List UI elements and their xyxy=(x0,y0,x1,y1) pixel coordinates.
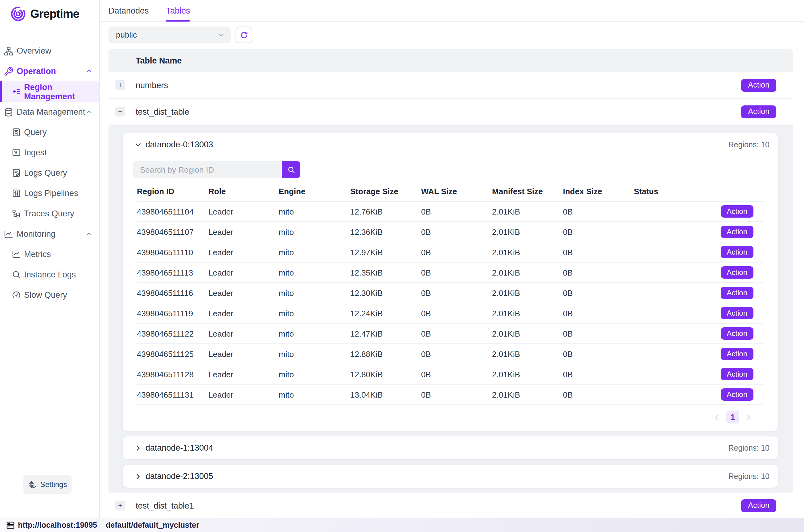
sidebar-item-label: Logs Pipelines xyxy=(24,189,78,198)
col-index-size: Index Size xyxy=(563,187,634,196)
action-button[interactable]: Action xyxy=(742,499,777,512)
datanode-expand-panel: datanode-0:13003 Regions: 10 xyxy=(109,125,793,493)
action-button[interactable]: Action xyxy=(742,79,777,92)
sidebar-item-monitoring[interactable]: Monitoring xyxy=(0,224,99,244)
sidebar-item-traces-query[interactable]: Traces Query xyxy=(0,204,99,224)
expand-plus-icon[interactable]: + xyxy=(115,80,125,90)
sidebar-item-instance-logs[interactable]: Instance Logs xyxy=(0,264,99,285)
action-button[interactable]: Action xyxy=(721,287,753,299)
sidebar-item-logs-query[interactable]: Logs Query xyxy=(0,163,99,183)
region-table-row: 4398046511119Leadermito12.24KiB0B2.01KiB… xyxy=(137,303,764,324)
region-search-input[interactable] xyxy=(133,161,282,178)
chevron-right-icon xyxy=(134,473,142,480)
action-button[interactable]: Action xyxy=(721,226,753,238)
cell-index-size: 0B xyxy=(563,247,634,257)
ingest-icon xyxy=(12,148,21,157)
datanode-1-header[interactable]: datanode-1:13004 Regions: 10 xyxy=(123,436,778,459)
cell-region-id: 4398046511110 xyxy=(137,247,208,257)
chevron-left-icon[interactable] xyxy=(713,413,721,421)
sidebar-item-label: Logs Query xyxy=(24,168,67,177)
tab-tables[interactable]: Tables xyxy=(166,0,190,21)
metrics-icon xyxy=(12,250,21,259)
col-role: Role xyxy=(208,187,279,196)
cell-storage-size: 12.80KiB xyxy=(350,369,421,379)
cell-wal-size: 0B xyxy=(421,390,492,399)
datanode-name: datanode-0:13003 xyxy=(146,140,213,149)
action-button[interactable]: Action xyxy=(721,266,753,279)
slow-query-icon xyxy=(12,290,21,300)
refresh-button[interactable] xyxy=(235,26,252,43)
action-button[interactable]: Action xyxy=(721,205,753,217)
sidebar-item-label: Metrics xyxy=(24,250,51,259)
settings-label: Settings xyxy=(40,480,67,489)
chevron-right-icon[interactable] xyxy=(745,413,752,421)
tab-tables-label: Tables xyxy=(166,6,190,15)
query-icon xyxy=(12,128,21,137)
cell-role: Leader xyxy=(208,268,279,277)
action-button[interactable]: Action xyxy=(721,327,753,340)
col-wal-size: WAL Size xyxy=(421,187,492,196)
datanode-0-header[interactable]: datanode-0:13003 Regions: 10 xyxy=(123,133,778,156)
action-button[interactable]: Action xyxy=(721,246,753,258)
action-button[interactable]: Action xyxy=(721,348,753,360)
wrench-icon xyxy=(4,66,14,76)
collapse-minus-icon[interactable]: − xyxy=(115,107,125,116)
action-button[interactable]: Action xyxy=(742,105,777,118)
cell-storage-size: 12.35KiB xyxy=(350,268,421,277)
cell-manifest-size: 2.01KiB xyxy=(492,247,563,257)
cell-storage-size: 12.76KiB xyxy=(350,207,421,216)
overview-icon xyxy=(4,46,14,56)
sidebar-item-overview[interactable]: Overview xyxy=(0,41,99,61)
main-content: Datanodes Tables public xyxy=(100,0,804,518)
schema-select[interactable]: public xyxy=(109,26,231,43)
cell-index-size: 0B xyxy=(563,268,634,277)
server-icon xyxy=(6,521,15,530)
sidebar-item-ingest[interactable]: Ingest xyxy=(0,142,99,163)
sidebar-item-label: Operation xyxy=(17,66,56,76)
sidebar-item-slow-query[interactable]: Slow Query xyxy=(0,285,99,305)
region-table-row: 4398046511110Leadermito12.97KiB0B2.01KiB… xyxy=(137,242,764,263)
action-button[interactable]: Action xyxy=(721,388,753,401)
search-button[interactable] xyxy=(282,161,300,178)
sidebar-item-data-management[interactable]: Data Management xyxy=(0,102,99,122)
datanode-card-0: datanode-0:13003 Regions: 10 xyxy=(123,133,778,431)
datanode-2-header[interactable]: datanode-2:13005 Regions: 10 xyxy=(123,465,778,488)
cell-manifest-size: 2.01KiB xyxy=(492,349,563,359)
cell-engine: mito xyxy=(279,349,350,359)
cell-region-id: 4398046511122 xyxy=(137,329,208,338)
cell-role: Leader xyxy=(208,227,279,236)
cell-index-size: 0B xyxy=(563,369,634,379)
sidebar-item-operation[interactable]: Operation xyxy=(0,61,99,81)
cluster-name[interactable]: default/default_mycluster xyxy=(106,521,199,530)
cell-manifest-size: 2.01KiB xyxy=(492,329,563,338)
cell-region-id: 4398046511107 xyxy=(137,227,208,236)
cell-wal-size: 0B xyxy=(421,329,492,338)
sidebar-item-label: Monitoring xyxy=(17,229,56,239)
col-status: Status xyxy=(634,187,708,196)
sidebar-item-label: Slow Query xyxy=(24,290,67,300)
sidebar-item-region-management[interactable]: Region Management xyxy=(0,81,99,102)
expand-plus-icon[interactable]: + xyxy=(115,500,125,510)
table-name: test_dist_table xyxy=(136,107,731,116)
settings-button[interactable]: Settings xyxy=(23,475,72,494)
tab-datanodes[interactable]: Datanodes xyxy=(109,0,149,21)
action-button[interactable]: Action xyxy=(721,368,753,380)
cell-engine: mito xyxy=(279,207,350,216)
sidebar-item-logs-pipelines[interactable]: Logs Pipelines xyxy=(0,183,99,204)
connection-url[interactable]: http://localhost:19095 xyxy=(18,521,97,530)
cell-engine: mito xyxy=(279,227,350,236)
cell-role: Leader xyxy=(208,308,279,318)
sidebar-item-query[interactable]: Query xyxy=(0,122,99,142)
action-button[interactable]: Action xyxy=(721,307,753,319)
tables-list: Table Name + numbers Action − test_dist_… xyxy=(109,49,793,518)
cell-region-id: 4398046511104 xyxy=(137,207,208,216)
table-name: numbers xyxy=(136,80,731,90)
cell-manifest-size: 2.01KiB xyxy=(492,390,563,399)
cell-wal-size: 0B xyxy=(421,247,492,257)
cell-index-size: 0B xyxy=(563,390,634,399)
page-number-current[interactable]: 1 xyxy=(726,411,739,423)
region-table-row: 4398046511125Leadermito12.88KiB0B2.01KiB… xyxy=(137,344,764,364)
cell-region-id: 4398046511116 xyxy=(137,288,208,298)
sidebar-item-metrics[interactable]: Metrics xyxy=(0,244,99,264)
cell-storage-size: 12.97KiB xyxy=(350,247,421,257)
